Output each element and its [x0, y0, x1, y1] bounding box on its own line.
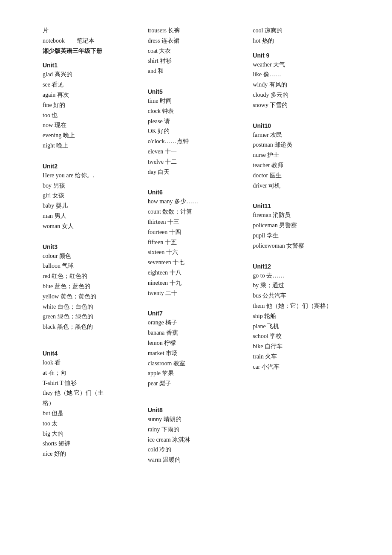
- unit4-item-3: T-shirt T 恤衫: [43, 378, 139, 388]
- unit6-item-1: how many 多少……: [148, 197, 245, 207]
- unit10-item-3: nurse 护士: [253, 150, 349, 160]
- unit12-item-3: bus 公共汽车: [253, 291, 349, 301]
- unit1-item-3: again 再次: [43, 90, 139, 100]
- unit8-item-3: ice cream 冰淇淋: [148, 435, 245, 445]
- unit12-item-7: school 学校: [253, 331, 349, 341]
- unit6-item-2: count 数数；计算: [148, 207, 245, 217]
- unit2-item-1: Here you are 给你。.: [43, 171, 139, 181]
- unit2-item-3: girl 女孩: [43, 191, 139, 201]
- unit3-item-3: red 红色；红色的: [43, 271, 139, 281]
- col1-top-1: 片: [43, 26, 139, 36]
- unit12-item-2: by 乘；通过: [253, 280, 349, 291]
- unit10-item-2: postman 邮递员: [253, 140, 349, 150]
- unit10-item-6: driver 司机: [253, 181, 349, 191]
- unit12-item-4: them 他（她；它）们（宾格）: [253, 301, 349, 311]
- unit8-item-5: warm 温暖的: [148, 455, 245, 465]
- unit2-item-6: woman 女人: [43, 221, 139, 231]
- unit5-title: Unit5: [148, 88, 245, 95]
- unit7-item-1: orange 橘子: [148, 318, 245, 328]
- col2-top-4: shirt 衬衫: [148, 56, 245, 66]
- unit6-title: Unit6: [148, 189, 245, 196]
- unit11-item-2: policeman 男警察: [253, 220, 349, 231]
- unit4-item-5: but 但是: [43, 408, 139, 419]
- unit11-item-4: policewoman 女警察: [253, 241, 349, 251]
- column-3: cool 凉爽的 hot 热的 Unit 9 weather 天气 like 像…: [253, 26, 358, 372]
- unit2-item-5: man 男人: [43, 211, 139, 221]
- unit8-item-2: rainy 下雨的: [148, 425, 245, 435]
- unit9-title: Unit 9: [253, 52, 349, 59]
- unit3-item-2: balloon 气球: [43, 261, 139, 271]
- unit5-item-3: please 请: [148, 116, 245, 127]
- unit1-item-8: night 晚上: [43, 141, 139, 151]
- unit8-item-4: cold 冷的: [148, 445, 245, 455]
- unit12-title: Unit12: [253, 263, 349, 270]
- unit7-item-6: apple 苹果: [148, 368, 245, 379]
- unit3-item-8: black 黑色；黑色的: [43, 322, 139, 332]
- unit7-title: Unit7: [148, 310, 245, 317]
- unit1-title: Unit1: [43, 62, 139, 69]
- unit12-item-1: go to 去……: [253, 271, 349, 281]
- unit6-item-4: fourteen 十四: [148, 227, 245, 237]
- col1-top-2: notebook 笔记本: [43, 36, 139, 46]
- col2-top-5: and 和: [148, 66, 245, 76]
- unit7-item-7: pear 梨子: [148, 379, 245, 389]
- unit12-item-10: car 小汽车: [253, 362, 349, 372]
- unit2-item-4: baby 婴儿: [43, 201, 139, 211]
- unit11-item-3: pupil 学生: [253, 231, 349, 241]
- unit4-item-6: too 太: [43, 419, 139, 429]
- unit6-item-6: sixteen 十六: [148, 247, 245, 257]
- unit3-title: Unit3: [43, 243, 139, 250]
- unit6-item-9: nineteen 十九: [148, 278, 245, 288]
- unit2-item-2: boy 男孩: [43, 181, 139, 191]
- unit1-item-2: see 看见: [43, 80, 139, 90]
- unit6-item-5: fifteen 十五: [148, 237, 245, 248]
- unit9-item-5: snowy 下雪的: [253, 100, 349, 110]
- unit3-item-6: white 白色；白色的: [43, 302, 139, 312]
- unit12-item-8: bike 自行车: [253, 341, 349, 352]
- unit6-item-10: twenty 二十: [148, 288, 245, 298]
- unit11-item-1: fireman 消防员: [253, 210, 349, 220]
- main-columns: 片 notebook 笔记本 湘少版英语三年级下册 Unit1 glad 高兴的…: [43, 26, 358, 465]
- unit10-item-4: teacher 教师: [253, 160, 349, 171]
- unit6-item-7: seventeen 十七: [148, 257, 245, 268]
- column-1: 片 notebook 笔记本 湘少版英语三年级下册 Unit1 glad 高兴的…: [43, 26, 148, 459]
- unit3-item-4: blue 蓝色；蓝色的: [43, 281, 139, 292]
- unit4-item-1: look 看: [43, 358, 139, 368]
- unit1-item-5: too 也: [43, 110, 139, 121]
- col3-top-2: hot 热的: [253, 36, 349, 46]
- unit8-item-1: sunny 晴朗的: [148, 414, 245, 425]
- unit6-item-8: eighteen 十八: [148, 268, 245, 278]
- unit9-item-4: cloudy 多云的: [253, 90, 349, 100]
- unit4-item-4: they 他（她 它）们（主格）: [43, 388, 139, 408]
- unit1-item-7: evening 晚上: [43, 130, 139, 141]
- unit9-item-1: weather 天气: [253, 60, 349, 70]
- column-2: trousers 长裤 dress 连衣裙 coat 大衣 shirt 衬衫 a…: [148, 26, 253, 465]
- unit1-item-4: fine 好的: [43, 100, 139, 110]
- col2-top-2: dress 连衣裙: [148, 36, 245, 46]
- unit10-title: Unit10: [253, 122, 349, 129]
- unit5-item-2: clock 钟表: [148, 106, 245, 116]
- unit5-item-1: time 时间: [148, 96, 245, 106]
- unit4-item-2: at 在；向: [43, 368, 139, 378]
- unit9-item-3: windy 有风的: [253, 80, 349, 90]
- unit5-item-7: twelve 十二: [148, 157, 245, 167]
- unit7-item-2: banana 香蕉: [148, 328, 245, 338]
- unit8-title: Unit8: [148, 407, 245, 413]
- unit3-item-1: colour 颜色: [43, 251, 139, 261]
- unit4-title: Unit4: [43, 350, 139, 357]
- unit6-item-3: thirteen 十三: [148, 217, 245, 227]
- unit1-item-1: glad 高兴的: [43, 69, 139, 80]
- unit11-title: Unit11: [253, 202, 349, 209]
- col2-top-3: coat 大衣: [148, 46, 245, 56]
- unit7-item-5: classroom 教室: [148, 358, 245, 369]
- unit7-item-3: lemon 柠檬: [148, 338, 245, 348]
- col1-top-3: 湘少版英语三年级下册: [43, 46, 139, 56]
- unit7-item-4: market 市场: [148, 348, 245, 358]
- unit5-item-6: eleven 十一: [148, 147, 245, 157]
- unit3-item-7: green 绿色；绿色的: [43, 312, 139, 322]
- unit12-item-6: plane 飞机: [253, 321, 349, 332]
- unit10-item-1: farmer 农民: [253, 130, 349, 140]
- unit4-item-7: big 大的: [43, 429, 139, 439]
- unit12-item-5: ship 轮船: [253, 311, 349, 321]
- unit10-item-5: doctor 医生: [253, 171, 349, 181]
